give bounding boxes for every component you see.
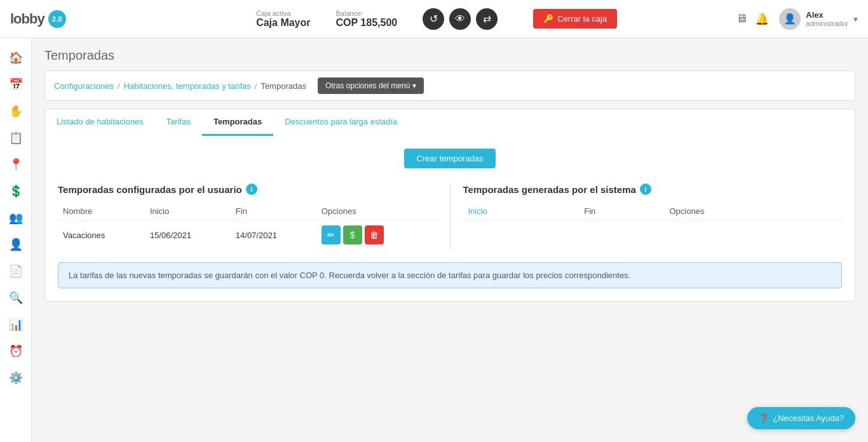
- logo-area: lobby 2.0: [10, 10, 137, 28]
- sidebar-item-clock[interactable]: ⏰: [4, 339, 28, 363]
- season-opciones: ✏ $ 🗑: [316, 220, 437, 250]
- sidebar-item-users[interactable]: 👥: [4, 206, 28, 230]
- seasons-grid: Temporadas configuradas por el usuario i…: [58, 184, 842, 250]
- caja-value: Caja Mayor: [256, 17, 310, 29]
- header-right-icons: 🖥 🔔: [736, 12, 769, 26]
- breadcrumb-sep-2: /: [255, 81, 257, 91]
- tabs-bar: Listado de habitaciones Tarifas Temporad…: [44, 109, 855, 136]
- sidebar-item-search[interactable]: 🔍: [4, 286, 28, 310]
- season-fin: 14/07/2021: [231, 220, 316, 250]
- balance-info: Balance: COP 185,500: [336, 10, 398, 29]
- user-dropdown-icon[interactable]: ▾: [853, 14, 858, 24]
- tab-content: Crear temporadas Temporadas configuradas…: [44, 136, 855, 302]
- col-nombre: Nombre: [58, 203, 145, 220]
- breadcrumb-temporadas: Temporadas: [261, 81, 306, 91]
- sidebar-item-home[interactable]: 🏠: [4, 46, 28, 70]
- user-area: 👤 Alex administrador ▾: [779, 8, 858, 30]
- sidebar-item-settings[interactable]: ⚙️: [4, 366, 28, 390]
- system-seasons-col: Temporadas generadas por el sistema i In…: [450, 184, 843, 250]
- user-info: Alex administrador: [806, 10, 848, 27]
- table-row: Vacaciones 15/06/2021 14/07/2021 ✏ $ 🗑: [58, 220, 437, 250]
- breadcrumb-sep-1: /: [118, 81, 120, 91]
- logo-text: lobby: [10, 11, 44, 27]
- col-fin: Fin: [231, 203, 316, 220]
- breadcrumb-habitaciones[interactable]: Habitaciones, temporadas y tarifas: [124, 81, 251, 91]
- sidebar-item-calendar[interactable]: 📅: [4, 72, 28, 97]
- tab-habitaciones[interactable]: Listado de habitaciones: [45, 109, 155, 136]
- breadcrumb: Configuraciones / Habitaciones, temporad…: [44, 70, 855, 101]
- crear-temporadas-button[interactable]: Crear temporadas: [404, 149, 496, 168]
- sidebar-item-dollar[interactable]: 💲: [4, 179, 28, 203]
- tab-temporadas[interactable]: Temporadas: [202, 109, 273, 136]
- help-icon: ❓: [759, 413, 769, 423]
- system-seasons-title: Temporadas generadas por el sistema i: [463, 184, 843, 195]
- user-seasons-table: Nombre Inicio Fin Opciones Vacaciones 15…: [58, 203, 437, 250]
- money-button[interactable]: $: [343, 225, 362, 244]
- bell-icon[interactable]: 🔔: [755, 12, 769, 26]
- sidebar-item-chart[interactable]: 📊: [4, 312, 28, 337]
- tab-tarifas[interactable]: Tarifas: [155, 109, 202, 136]
- header-mid: Caja activa Caja Mayor Balance: COP 185,…: [137, 8, 736, 30]
- main-layout: 🏠 📅 ✋ 📋 📍 💲 👥 👤 📄 🔍 📊 ⏰ ⚙️ Temporadas Co…: [0, 38, 868, 442]
- top-header: lobby 2.0 Caja activa Caja Mayor Balance…: [0, 0, 868, 38]
- help-button[interactable]: ❓ ¿Necesitas Ayuda?: [747, 407, 855, 429]
- avatar: 👤: [779, 8, 801, 30]
- caja-info: Caja activa Caja Mayor: [256, 10, 310, 29]
- page-title: Temporadas: [44, 48, 855, 63]
- system-seasons-table: Inicio Fin Opciones: [463, 203, 843, 220]
- key-icon: 🔑: [543, 14, 553, 23]
- otras-opciones-button[interactable]: Otras opciones del menú ▾: [318, 77, 424, 94]
- system-seasons-info-icon[interactable]: i: [640, 184, 651, 195]
- refresh-icon[interactable]: ⇄: [476, 8, 498, 30]
- sidebar-item-hand[interactable]: ✋: [4, 99, 28, 123]
- user-seasons-col: Temporadas configuradas por el usuario i…: [58, 184, 437, 250]
- delete-button[interactable]: 🗑: [365, 225, 384, 244]
- sidebar-item-document[interactable]: 📄: [4, 259, 28, 283]
- user-seasons-info-icon[interactable]: i: [246, 184, 257, 195]
- user-name: Alex: [806, 10, 848, 20]
- dropdown-icon: ▾: [412, 81, 416, 90]
- version-badge: 2.0: [48, 10, 66, 28]
- sidebar: 🏠 📅 ✋ 📋 📍 💲 👥 👤 📄 🔍 📊 ⏰ ⚙️: [0, 38, 32, 442]
- monitor-icon[interactable]: 🖥: [736, 12, 747, 25]
- view-icon[interactable]: 👁: [449, 8, 471, 30]
- sys-col-inicio: Inicio: [463, 203, 580, 220]
- caja-label: Caja activa: [256, 10, 290, 17]
- breadcrumb-configuraciones[interactable]: Configuraciones: [54, 81, 114, 91]
- tab-descuentos[interactable]: Descuentos para larga estadía: [273, 109, 409, 136]
- header-right: 🖥 🔔 👤 Alex administrador ▾: [736, 8, 858, 30]
- col-inicio: Inicio: [145, 203, 231, 220]
- sys-col-fin: Fin: [579, 203, 664, 220]
- sidebar-item-user[interactable]: 👤: [4, 232, 28, 257]
- edit-button[interactable]: ✏: [322, 225, 341, 244]
- user-seasons-title: Temporadas configuradas por el usuario i: [58, 184, 437, 195]
- balance-label: Balance:: [336, 10, 363, 17]
- season-nombre: Vacaciones: [58, 220, 145, 250]
- col-opciones: Opciones: [316, 203, 437, 220]
- history-icon[interactable]: ↺: [423, 8, 444, 30]
- user-role: administrador: [806, 20, 848, 27]
- alert-info: La tarifas de las nuevas temporadas se g…: [58, 262, 842, 288]
- cerrar-caja-button[interactable]: 🔑 Cerrar la caja: [533, 9, 617, 29]
- sidebar-item-list[interactable]: 📋: [4, 126, 28, 150]
- content-area: Temporadas Configuraciones / Habitacione…: [32, 38, 868, 442]
- header-icons: ↺ 👁 ⇄: [423, 8, 498, 30]
- sys-col-opciones: Opciones: [664, 203, 842, 220]
- season-inicio: 15/06/2021: [145, 220, 231, 250]
- sidebar-item-location[interactable]: 📍: [4, 152, 28, 177]
- balance-value: COP 185,500: [336, 17, 398, 29]
